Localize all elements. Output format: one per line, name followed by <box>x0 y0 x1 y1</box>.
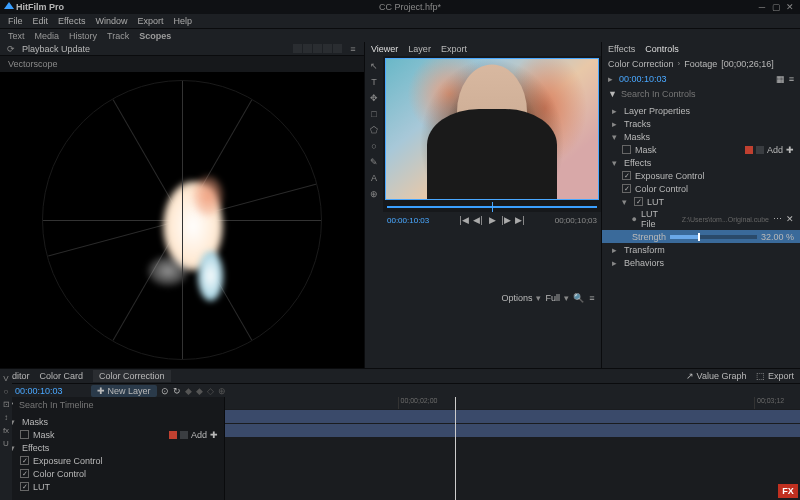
tree-row-mask[interactable]: MaskAdd✚ <box>602 143 800 156</box>
controls-timecode[interactable]: 00:00:10:03 <box>619 74 667 84</box>
tl-tool-icon[interactable]: ↻ <box>173 386 181 396</box>
viewer-tab-layer[interactable]: Layer <box>408 44 431 54</box>
disclosure-triangle-icon[interactable]: ▸ <box>612 119 620 129</box>
tl-tool-icon[interactable]: ◆ <box>196 386 203 396</box>
refresh-icon[interactable]: ⟳ <box>6 44 16 54</box>
timeline-ruler[interactable]: 00;00;02;00 00;03;12 <box>225 397 800 409</box>
viewer-tool-icon[interactable]: ✎ <box>368 156 380 168</box>
tooltab-track[interactable]: Track <box>107 31 129 41</box>
menu-export[interactable]: Export <box>137 16 163 26</box>
visibility-checkbox[interactable] <box>622 145 631 154</box>
strength-slider[interactable] <box>670 235 757 239</box>
keyframe-nav-icon[interactable]: ▸ <box>608 74 613 84</box>
viewer-tool-icon[interactable]: ⬠ <box>368 124 380 136</box>
vstrip-button[interactable]: U <box>3 439 9 448</box>
file-path-value[interactable]: Z:\Users\tom...Original.cube <box>682 216 769 223</box>
visibility-checkbox[interactable] <box>20 456 29 465</box>
vstrip-button[interactable]: V <box>3 374 8 383</box>
tree-row-lut-file[interactable]: ●LUT FileZ:\Users\tom...Original.cube⋯✕ <box>602 208 800 230</box>
vstrip-button[interactable]: fx <box>3 426 9 435</box>
tree-row-tracks[interactable]: ▸Tracks <box>602 117 800 130</box>
right-tab-controls[interactable]: Controls <box>645 44 679 54</box>
mask-mode-icon[interactable] <box>180 431 188 439</box>
vstrip-button[interactable]: ⊡ <box>3 400 10 409</box>
tree-row-layer-properties[interactable]: ▸Layer Properties <box>602 104 800 117</box>
controls-search-input[interactable] <box>621 89 794 99</box>
menu-edit[interactable]: Edit <box>33 16 49 26</box>
tl-tool-icon[interactable]: ⊕ <box>218 386 226 396</box>
viewer-tool-icon[interactable]: T <box>368 76 380 88</box>
editor-tab[interactable]: Color Correction <box>93 370 171 382</box>
tree-row-lut[interactable]: LUT <box>0 480 224 493</box>
viewer-tab-export[interactable]: Export <box>441 44 467 54</box>
viewer-canvas[interactable] <box>385 58 599 200</box>
tl-tool-icon[interactable]: ◆ <box>185 386 192 396</box>
menu-effects[interactable]: Effects <box>58 16 85 26</box>
viewer-tool-icon[interactable]: ○ <box>368 140 380 152</box>
tree-row-color-control[interactable]: Color Control <box>0 467 224 480</box>
layout-grid-buttons[interactable] <box>293 44 342 53</box>
tooltab-media[interactable]: Media <box>35 31 60 41</box>
property-value[interactable]: 32.00 % <box>761 232 794 242</box>
search-icon[interactable]: 🔍 <box>573 293 583 303</box>
viewer-menu-icon[interactable]: ≡ <box>587 293 597 303</box>
menu-window[interactable]: Window <box>95 16 127 26</box>
tl-tool-icon[interactable]: ◇ <box>207 386 214 396</box>
play-button[interactable]: ▶ <box>487 215 497 225</box>
plus-icon[interactable]: ✚ <box>210 430 218 440</box>
editor-tab[interactable]: Color Card <box>40 371 84 381</box>
minimize-icon[interactable]: ─ <box>756 2 768 12</box>
lock-icon[interactable]: ▦ <box>776 74 785 84</box>
timeline-playhead[interactable] <box>455 397 456 500</box>
tl-tool-icon[interactable]: ⊙ <box>161 386 169 396</box>
tree-row-behaviors[interactable]: ▸Behaviors <box>602 256 800 269</box>
tree-row-masks[interactable]: ▾Masks <box>602 130 800 143</box>
visibility-checkbox[interactable] <box>622 184 631 193</box>
viewer-tool-icon[interactable]: ↖ <box>368 60 380 72</box>
tooltab-history[interactable]: History <box>69 31 97 41</box>
plus-icon[interactable]: ✚ <box>786 145 794 155</box>
disclosure-triangle-icon[interactable]: ▸ <box>612 245 620 255</box>
viewer-tool-icon[interactable]: ⊕ <box>368 188 380 200</box>
step-fwd-button[interactable]: |▶ <box>501 215 511 225</box>
visibility-checkbox[interactable] <box>20 430 29 439</box>
step-back-button[interactable]: ◀| <box>473 215 483 225</box>
tree-row-strength[interactable]: Strength32.00 % <box>602 230 800 243</box>
next-frame-button[interactable]: ▶| <box>515 215 525 225</box>
disclosure-triangle-icon[interactable]: ▸ <box>612 106 620 116</box>
disclosure-triangle-icon[interactable]: ▸ <box>612 258 620 268</box>
viewer-tab-viewer[interactable]: Viewer <box>371 44 398 54</box>
menu-file[interactable]: File <box>8 16 23 26</box>
right-tab-effects[interactable]: Effects <box>608 44 635 54</box>
add-mask-button[interactable]: Add <box>767 145 783 155</box>
browse-icon[interactable]: ⋯ <box>773 214 782 224</box>
prev-frame-button[interactable]: |◀ <box>459 215 469 225</box>
value-graph-toggle[interactable]: ↗ Value Graph <box>686 371 746 381</box>
menu-help[interactable]: Help <box>173 16 192 26</box>
quality-dropdown[interactable]: Full <box>545 293 560 303</box>
panel-menu-icon[interactable]: ≡ <box>789 74 794 84</box>
export-button[interactable]: ⬚ Export <box>756 371 794 381</box>
tree-row-mask[interactable]: MaskAdd✚ <box>0 428 224 441</box>
timeline-search-input[interactable] <box>19 400 218 410</box>
tooltab-text[interactable]: Text <box>8 31 25 41</box>
tree-row-masks[interactable]: ▾Masks <box>0 415 224 428</box>
tree-row-exposure-control[interactable]: Exposure Control <box>602 169 800 182</box>
disclosure-triangle-icon[interactable]: ▾ <box>622 197 630 207</box>
tree-row-effects[interactable]: ▾Effects <box>602 156 800 169</box>
clear-icon[interactable]: ✕ <box>786 214 794 224</box>
mask-mode-icon[interactable] <box>745 146 753 154</box>
viewer-tool-icon[interactable]: ✥ <box>368 92 380 104</box>
panel-menu-icon[interactable]: ≡ <box>348 44 358 54</box>
maximize-icon[interactable]: ▢ <box>770 2 782 12</box>
mask-mode-icon[interactable] <box>756 146 764 154</box>
disclosure-triangle-icon[interactable]: ▾ <box>612 158 620 168</box>
disclosure-triangle-icon[interactable]: ▾ <box>612 132 620 142</box>
timeline-timecode[interactable]: 00:00:10:03 <box>15 386 63 396</box>
tree-row-effects[interactable]: ▾Effects <box>0 441 224 454</box>
visibility-checkbox[interactable] <box>634 197 643 206</box>
tree-row-transform[interactable]: ▸Transform <box>602 243 800 256</box>
new-layer-button[interactable]: ✚ New Layer <box>91 385 157 397</box>
visibility-checkbox[interactable] <box>622 171 631 180</box>
vstrip-button[interactable]: ↕ <box>4 413 8 422</box>
